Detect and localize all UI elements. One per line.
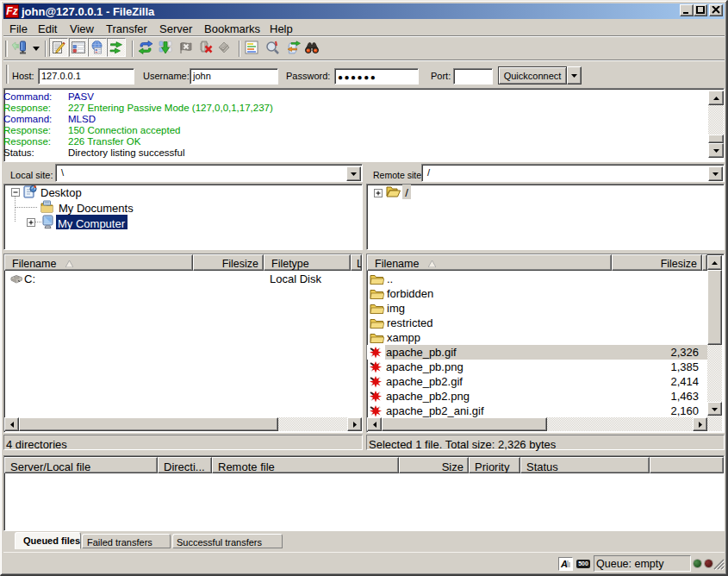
- svg-text:A: A: [560, 559, 568, 569]
